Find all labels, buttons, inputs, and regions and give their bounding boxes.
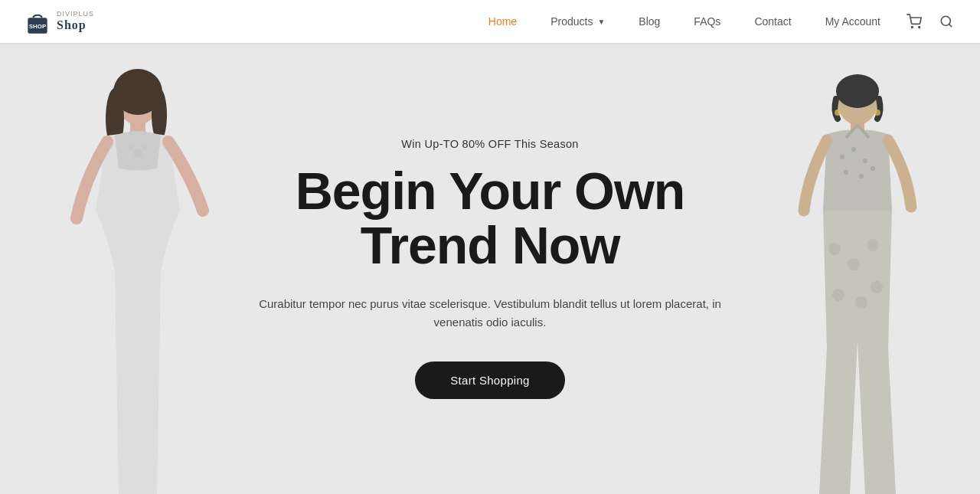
svg-point-15 [836,74,879,108]
svg-point-25 [867,239,879,251]
svg-point-21 [859,174,864,178]
svg-point-2 [912,27,913,28]
svg-point-22 [871,166,875,171]
nav-item-contact[interactable]: Contact [737,0,808,43]
model-left-figure [38,57,253,494]
svg-text:SHOP: SHOP [29,23,46,30]
nav-item-my-account[interactable]: My Account [808,0,897,43]
svg-point-17 [840,155,844,159]
search-button[interactable] [936,11,957,32]
svg-point-30 [874,110,880,116]
svg-point-27 [855,296,867,309]
svg-point-28 [871,281,883,293]
site-header: SHOP DiviPlus Shop Home Products ▼ Blog … [0,0,980,43]
cart-button[interactable] [903,11,925,32]
nav-item-faqs[interactable]: FAQs [677,0,737,43]
hero-description: Curabitur tempor nec purus vitae sceleri… [245,295,735,333]
nav-item-products[interactable]: Products ▼ [534,0,622,43]
hero-section: Win Up-TO 80% OFF This Season Begin Your… [0,43,980,494]
svg-point-29 [835,110,841,116]
svg-point-19 [863,159,867,163]
svg-point-12 [128,146,132,150]
hero-subtitle: Win Up-TO 80% OFF This Season [245,138,735,150]
svg-point-13 [143,146,148,150]
start-shopping-button[interactable]: Start Shopping [415,362,564,399]
svg-point-24 [848,258,860,270]
nav-item-blog[interactable]: Blog [622,0,677,43]
svg-point-23 [828,243,841,255]
svg-point-26 [832,289,844,301]
nav-icons [903,11,957,32]
svg-point-18 [851,147,856,152]
hero-title: Begin Your Own Trend Now [245,164,735,273]
svg-line-5 [949,24,951,26]
hero-content: Win Up-TO 80% OFF This Season Begin Your… [230,123,750,414]
logo-link[interactable]: SHOP DiviPlus Shop [23,7,94,36]
svg-point-3 [919,27,920,28]
logo-icon: SHOP [23,7,52,36]
model-right-figure [743,57,957,494]
svg-point-20 [844,170,848,175]
products-dropdown-icon: ▼ [597,18,605,26]
nav-item-home[interactable]: Home [472,0,534,43]
main-nav: Home Products ▼ Blog FAQs Contact My Acc… [472,0,897,43]
svg-point-11 [133,149,142,158]
